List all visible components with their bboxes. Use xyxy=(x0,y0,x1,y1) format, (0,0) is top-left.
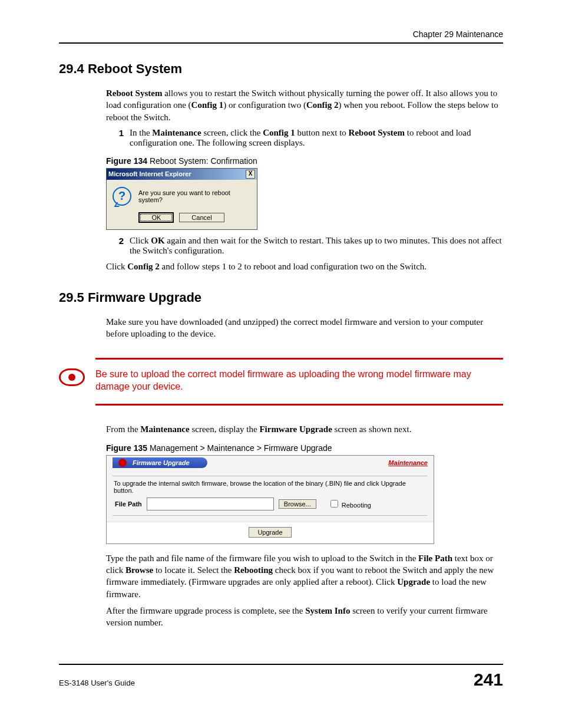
cancel-button[interactable]: Cancel xyxy=(179,213,224,222)
firmware-instruction: To upgrade the internal switch firmware,… xyxy=(113,479,428,495)
footer-rule xyxy=(59,664,503,665)
step-2: 2 Click OK again and then wait for the S… xyxy=(106,236,503,256)
section-heading-29-5: 29.5 Firmware Upgrade xyxy=(59,290,503,305)
upgrade-button[interactable]: Upgrade xyxy=(249,527,291,538)
firmware-intro: Make sure you have downloaded (and unzip… xyxy=(106,316,503,340)
firmware-upgrade-panel: Firmware Upgrade Maintenance To upgrade … xyxy=(106,455,434,544)
reboot-confirm-dialog: Microsoft Internet Explorer X ? Are you … xyxy=(106,168,257,230)
rebooting-label: Rebooting xyxy=(342,502,371,509)
file-path-input[interactable] xyxy=(147,498,274,510)
section-heading-29-4: 29.4 Reboot System xyxy=(59,61,503,77)
footer-guide-name: ES-3148 User's Guide xyxy=(59,678,135,687)
tab-dot-icon xyxy=(118,459,127,467)
reboot-system-term: Reboot System xyxy=(106,88,162,98)
firmware-paragraph-3: After the firmware upgrade process is co… xyxy=(106,605,503,629)
step-2-text: Click OK again and then wait for the Swi… xyxy=(130,236,503,256)
firmware-paragraph-2: Type the path and file name of the firmw… xyxy=(106,552,503,600)
firmware-tab: Firmware Upgrade xyxy=(113,457,207,468)
close-icon[interactable]: X xyxy=(246,170,255,179)
firmware-from-text: From the Maintenance screen, display the… xyxy=(106,423,503,435)
file-path-label: File Path xyxy=(115,500,142,508)
rebooting-checkbox[interactable] xyxy=(330,500,338,508)
footer-page-number: 241 xyxy=(474,670,503,690)
warning-eye-icon xyxy=(59,368,85,386)
warning-text: Be sure to upload the correct model firm… xyxy=(95,368,503,393)
step-2-number: 2 xyxy=(106,236,130,256)
reboot-config2-note: Click Config 2 and follow steps 1 to 2 t… xyxy=(106,261,503,272)
figure-135-caption: Figure 135 Management > Maintenance > Fi… xyxy=(106,443,503,453)
figure-134-caption: Figure 134 Reboot System: Confirmation xyxy=(106,156,503,166)
dialog-titlebar: Microsoft Internet Explorer X xyxy=(107,169,257,180)
question-icon: ? xyxy=(113,187,131,206)
ok-button[interactable]: OK xyxy=(139,213,173,222)
step-1-text: In the Maintenance screen, click the Con… xyxy=(130,128,503,148)
warning-callout: Be sure to upload the correct model firm… xyxy=(95,358,503,406)
rebooting-checkbox-wrap: Rebooting xyxy=(328,498,371,509)
dialog-title: Microsoft Internet Explorer xyxy=(108,170,191,177)
reboot-intro: Reboot System allows you to restart the … xyxy=(106,87,503,123)
page-header-chapter: Chapter 29 Maintenance xyxy=(59,29,503,39)
header-rule xyxy=(59,42,503,44)
maintenance-link[interactable]: Maintenance xyxy=(388,459,428,466)
dialog-message: Are you sure you want to reboot system? xyxy=(138,189,251,203)
browse-button[interactable]: Browse... xyxy=(279,499,316,509)
step-1-number: 1 xyxy=(106,128,130,148)
step-1: 1 In the Maintenance screen, click the C… xyxy=(106,128,503,148)
